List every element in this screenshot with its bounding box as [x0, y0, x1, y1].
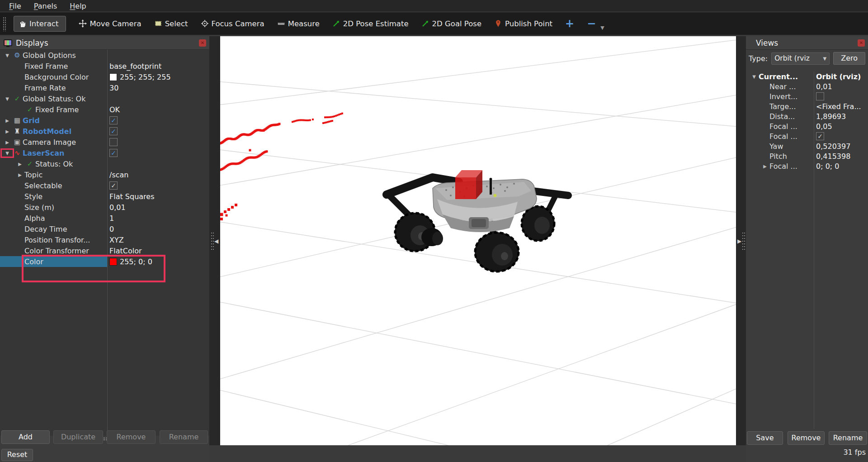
- view-row-focal[interactable]: Focal ...0,05: [746, 121, 868, 131]
- checkbox[interactable]: ✓: [109, 149, 118, 157]
- view-row-yaw[interactable]: Yaw0,520397: [746, 141, 868, 151]
- property-value[interactable]: [107, 137, 209, 148]
- property-value[interactable]: Orbit (rviz): [814, 71, 868, 81]
- property-value[interactable]: ✓: [814, 131, 868, 141]
- tool-2d-goal-pose[interactable]: 2D Goal Pose: [421, 19, 481, 28]
- tool-interact[interactable]: Interact: [14, 16, 66, 32]
- checkbox[interactable]: ✓: [816, 132, 824, 140]
- display-row-fixed-frame[interactable]: ✓Fixed FrameOK: [0, 104, 209, 115]
- display-row-status-ok[interactable]: ▶✓Status: Ok: [0, 158, 209, 169]
- chevron-down-icon[interactable]: ▼: [600, 25, 604, 31]
- property-value[interactable]: 0,01: [814, 81, 868, 91]
- expand-arrow-icon[interactable]: ▶: [3, 118, 12, 123]
- collapse-arrow-icon[interactable]: ▼: [3, 96, 12, 101]
- display-row-laserscan[interactable]: ▼∿LaserScan✓: [0, 148, 209, 158]
- property-value[interactable]: [814, 91, 868, 101]
- view-row-current[interactable]: ▼Current...Orbit (rviz): [746, 71, 868, 81]
- display-row-color[interactable]: Color255; 0; 0: [0, 256, 209, 267]
- left-splitter[interactable]: ◀: [209, 36, 220, 445]
- display-row-robotmodel[interactable]: ▶♜RobotModel✓: [0, 126, 209, 137]
- property-value[interactable]: 1,89693: [814, 111, 868, 121]
- collapse-arrow-icon[interactable]: ▼: [750, 74, 759, 79]
- zero-button[interactable]: Zero: [833, 52, 865, 65]
- checkbox[interactable]: [816, 92, 824, 100]
- render-viewport-3d[interactable]: [220, 36, 736, 445]
- view-row-targe[interactable]: Targe...<Fixed Fra...: [746, 101, 868, 111]
- expand-arrow-icon[interactable]: ▶: [3, 140, 12, 145]
- view-row-near[interactable]: Near ...0,01: [746, 81, 868, 91]
- collapse-left-icon[interactable]: ◀: [214, 238, 218, 244]
- view-row-pitch[interactable]: Pitch0,415398: [746, 151, 868, 161]
- collapse-arrow-icon[interactable]: ▼: [3, 53, 12, 58]
- display-row-frame-rate[interactable]: Frame Rate30: [0, 82, 209, 93]
- collapse-right-icon[interactable]: ▶: [737, 238, 741, 244]
- display-row-fixed-frame[interactable]: Fixed Framebase_footprint: [0, 61, 209, 71]
- display-row-selectable[interactable]: Selectable✓: [0, 180, 209, 191]
- property-value[interactable]: 0,05: [814, 121, 868, 131]
- expand-arrow-icon[interactable]: ▶: [15, 162, 24, 167]
- display-row-position-transfor[interactable]: Position Transfor...XYZ: [0, 234, 209, 245]
- rename-button[interactable]: Rename: [829, 431, 867, 445]
- property-value[interactable]: 30: [107, 82, 209, 93]
- checkbox[interactable]: ✓: [109, 181, 118, 190]
- tool-publish-point[interactable]: Publish Point: [494, 19, 552, 28]
- display-row-global-status-ok[interactable]: ▼✓Global Status: Ok: [0, 93, 209, 104]
- expand-arrow-icon[interactable]: ▶: [15, 172, 24, 177]
- close-icon[interactable]: ✕: [858, 39, 865, 47]
- view-row-focal[interactable]: ▶Focal ...0; 0; 0: [746, 161, 868, 171]
- remove-button[interactable]: Remove: [788, 431, 825, 445]
- expand-arrow-icon[interactable]: ▶: [3, 129, 12, 134]
- tool-focus-camera[interactable]: Focus Camera: [201, 19, 264, 28]
- display-row-style[interactable]: StyleFlat Squares: [0, 191, 209, 202]
- tool-select[interactable]: Select: [154, 19, 188, 28]
- tool-[interactable]: −▼: [587, 17, 603, 30]
- expand-arrow-icon[interactable]: ▶: [760, 164, 769, 169]
- checkbox[interactable]: [109, 138, 118, 146]
- property-value[interactable]: 0; 0; 0: [814, 161, 868, 171]
- tool-measure[interactable]: Measure: [277, 19, 320, 28]
- property-value[interactable]: ✓: [107, 148, 209, 158]
- display-row-grid[interactable]: ▶▦Grid✓: [0, 115, 209, 126]
- toolbar-grip-handle[interactable]: [3, 17, 6, 31]
- display-row-decay-time[interactable]: Decay Time0: [0, 224, 209, 234]
- display-row-camera-image[interactable]: ▶▣Camera Image: [0, 137, 209, 148]
- menu-panels[interactable]: Panels: [28, 0, 64, 12]
- display-row-size-m[interactable]: Size (m)0,01: [0, 202, 209, 213]
- property-value[interactable]: ✓: [107, 180, 209, 191]
- view-row-invert[interactable]: Invert...: [746, 91, 868, 101]
- reset-button[interactable]: Reset: [1, 449, 33, 461]
- property-value[interactable]: 0,415398: [814, 151, 868, 161]
- checkbox[interactable]: ✓: [109, 127, 118, 135]
- save-button[interactable]: Save: [747, 431, 783, 445]
- add-button[interactable]: Add: [1, 430, 50, 444]
- view-row-dista[interactable]: Dista...1,89693: [746, 111, 868, 121]
- tool-move-camera[interactable]: Move Camera: [79, 19, 141, 28]
- property-value[interactable]: [107, 50, 209, 61]
- menu-help[interactable]: Help: [63, 0, 92, 12]
- display-row-color-transformer[interactable]: Color TransformerFlatColor: [0, 245, 209, 256]
- property-value[interactable]: <Fixed Fra...: [814, 101, 868, 111]
- property-value[interactable]: base_footprint: [107, 61, 209, 71]
- property-value[interactable]: 0: [107, 224, 209, 234]
- close-icon[interactable]: ✕: [199, 39, 206, 47]
- checkbox[interactable]: ✓: [109, 116, 118, 124]
- property-value[interactable]: [107, 93, 209, 104]
- property-value[interactable]: XYZ: [107, 234, 209, 245]
- property-value[interactable]: ✓: [107, 126, 209, 137]
- property-value[interactable]: Flat Squares: [107, 191, 209, 202]
- display-row-background-color[interactable]: Background Color255; 255; 255: [0, 71, 209, 82]
- display-row-alpha[interactable]: Alpha1: [0, 213, 209, 224]
- property-value[interactable]: 255; 255; 255: [107, 71, 209, 82]
- view-row-focal[interactable]: Focal ...✓: [746, 131, 868, 141]
- tool-[interactable]: +: [565, 17, 574, 30]
- property-value[interactable]: [107, 158, 209, 169]
- property-value[interactable]: /scan: [107, 169, 209, 180]
- property-value[interactable]: 0,520397: [814, 141, 868, 151]
- menu-file[interactable]: File: [3, 0, 28, 12]
- right-splitter[interactable]: ▶: [736, 36, 746, 445]
- property-value[interactable]: 1: [107, 213, 209, 224]
- property-value[interactable]: ✓: [107, 115, 209, 126]
- collapse-arrow-icon[interactable]: ▼: [3, 151, 12, 156]
- property-value[interactable]: 255; 0; 0: [107, 256, 209, 267]
- tool-2d-pose-estimate[interactable]: 2D Pose Estimate: [332, 19, 409, 28]
